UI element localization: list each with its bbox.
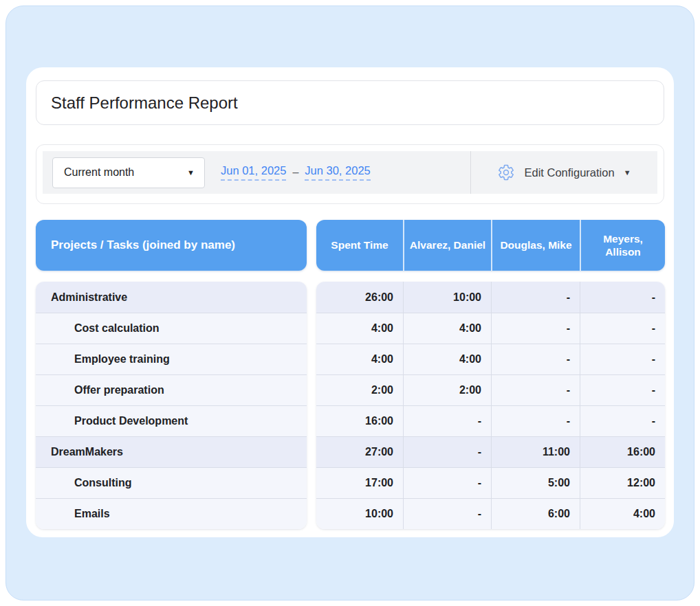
project-row: DreamMakers — [36, 436, 307, 467]
value-cell: 2:00 — [316, 375, 403, 405]
value-cell: - — [580, 344, 665, 374]
value-cell: 2:00 — [403, 375, 491, 405]
values-column: Spent Time Alvarez, Daniel Douglas, Mike… — [316, 220, 665, 529]
projects-column-header-label: Projects / Tasks (joined by name) — [51, 238, 235, 252]
value-cell: - — [403, 437, 491, 467]
toolbar-strip: Current month ▼ Jun 01, 2025 – Jun 30, 2… — [43, 151, 657, 194]
values-grid: 26:00 10:00 - - 4:00 4:00 - - 4:00 4:00 … — [316, 282, 665, 529]
value-cell: 16:00 — [580, 437, 665, 467]
task-row: Cost calculation — [36, 313, 307, 344]
column-header-alvarez-daniel: Alvarez, Daniel — [403, 220, 491, 271]
task-row: Emails — [36, 498, 307, 529]
value-cell: 4:00 — [403, 313, 491, 344]
values-row: 10:00 - 6:00 4:00 — [316, 498, 665, 529]
value-cell: 10:00 — [403, 282, 491, 313]
project-label: Administrative — [36, 282, 307, 313]
values-row: 4:00 4:00 - - — [316, 344, 665, 374]
value-cell: 4:00 — [316, 313, 403, 344]
projects-list: Administrative Cost calculation Employee… — [36, 282, 307, 529]
values-row: 26:00 10:00 - - — [316, 282, 665, 313]
task-row: Product Development — [36, 405, 307, 436]
task-label: Emails — [36, 499, 307, 529]
value-cell: - — [580, 313, 665, 344]
date-range: Jun 01, 2025 – Jun 30, 2025 — [221, 164, 371, 181]
gear-icon — [497, 164, 515, 181]
value-cell: 10:00 — [316, 499, 403, 529]
value-cell: 4:00 — [403, 344, 491, 374]
value-cell: 27:00 — [316, 437, 403, 467]
task-label: Cost calculation — [36, 313, 307, 344]
value-cell: 5:00 — [491, 468, 580, 498]
value-cell: - — [403, 499, 491, 529]
value-cell: 16:00 — [316, 406, 403, 436]
task-row: Offer preparation — [36, 374, 307, 405]
value-cell: - — [491, 344, 580, 374]
value-cell: - — [491, 313, 580, 344]
date-range-separator: – — [292, 166, 298, 179]
value-cell: 11:00 — [491, 437, 580, 467]
values-row: 16:00 - - - — [316, 405, 665, 436]
value-cell: 12:00 — [580, 468, 665, 498]
report-card: Current month ▼ Jun 01, 2025 – Jun 30, 2… — [26, 67, 674, 537]
task-label: Offer preparation — [36, 375, 307, 405]
value-cell: - — [491, 375, 580, 405]
column-header-spent-time: Spent Time — [316, 220, 403, 271]
report-table: Projects / Tasks (joined by name) Admini… — [36, 220, 664, 529]
chevron-down-icon: ▼ — [624, 169, 631, 177]
task-label: Consulting — [36, 468, 307, 498]
task-row: Consulting — [36, 467, 307, 498]
task-row: Employee training — [36, 344, 307, 374]
value-cell: - — [491, 406, 580, 436]
edit-configuration-button[interactable]: Edit Configuration ▼ — [470, 151, 657, 194]
period-select-value: Current month — [64, 166, 134, 179]
toolbar-left-section: Current month ▼ Jun 01, 2025 – Jun 30, 2… — [43, 151, 470, 194]
edit-configuration-label: Edit Configuration — [524, 166, 614, 179]
task-label: Employee training — [36, 344, 307, 374]
value-cell: 4:00 — [316, 344, 403, 374]
period-select[interactable]: Current month ▼ — [52, 157, 205, 188]
value-cell: - — [491, 282, 580, 313]
value-cell: - — [403, 468, 491, 498]
project-row: Administrative — [36, 282, 307, 313]
report-title-input[interactable] — [36, 80, 664, 125]
value-cell: 6:00 — [491, 499, 580, 529]
date-to-link[interactable]: Jun 30, 2025 — [305, 164, 370, 181]
values-row: 2:00 2:00 - - — [316, 374, 665, 405]
task-label: Product Development — [36, 406, 307, 436]
value-cell: 17:00 — [316, 468, 403, 498]
value-cell: - — [580, 375, 665, 405]
project-label: DreamMakers — [36, 437, 307, 467]
column-header-meyers-allison: Meyers, Allison — [580, 220, 665, 271]
projects-column: Projects / Tasks (joined by name) Admini… — [36, 220, 307, 529]
values-row: 27:00 - 11:00 16:00 — [316, 436, 665, 467]
column-header-douglas-mike: Douglas, Mike — [491, 220, 580, 271]
value-cell: - — [403, 406, 491, 436]
values-row: 17:00 - 5:00 12:00 — [316, 467, 665, 498]
values-column-header: Spent Time Alvarez, Daniel Douglas, Mike… — [316, 220, 665, 271]
value-cell: - — [580, 406, 665, 436]
toolbar: Current month ▼ Jun 01, 2025 – Jun 30, 2… — [36, 144, 664, 204]
values-row: 4:00 4:00 - - — [316, 313, 665, 344]
value-cell: 26:00 — [316, 282, 403, 313]
value-cell: - — [580, 282, 665, 313]
projects-column-header: Projects / Tasks (joined by name) — [36, 220, 307, 271]
date-from-link[interactable]: Jun 01, 2025 — [221, 164, 286, 181]
chevron-down-icon: ▼ — [187, 169, 195, 177]
value-cell: 4:00 — [580, 499, 665, 529]
